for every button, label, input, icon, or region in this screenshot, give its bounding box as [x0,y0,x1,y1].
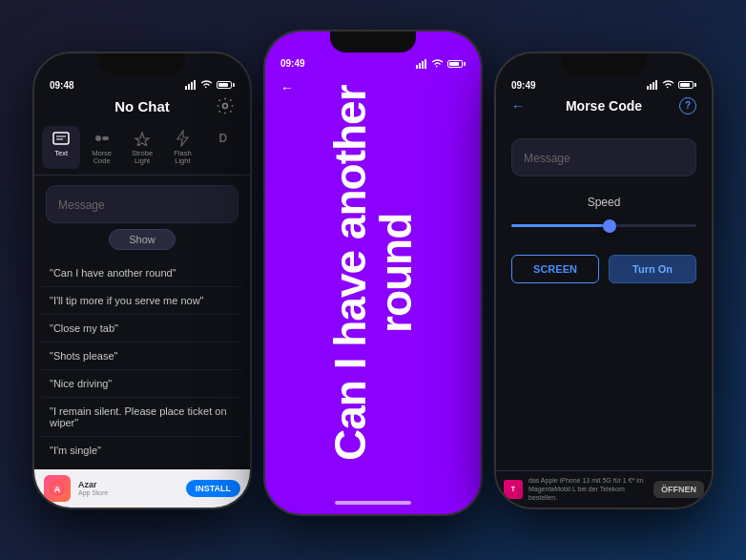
time-right: 09:49 [511,80,536,91]
slider-thumb[interactable] [603,219,616,233]
suggestion-6[interactable]: "I'm single" [42,436,242,464]
svg-rect-3 [194,80,196,90]
notch-right [561,53,647,74]
svg-rect-20 [655,80,657,90]
phone-center: 09:49 [263,30,483,516]
screen-center: 09:49 [265,31,481,514]
rotated-message: Can I have another round [318,31,429,514]
tab-flash-label: FlashLight [174,150,191,166]
offnen-button[interactable]: ÖFFNEN [653,481,704,498]
screen-right: 09:49 [496,53,712,508]
wifi-icon-left [200,80,213,90]
svg-marker-10 [135,133,149,146]
turn-on-button[interactable]: Turn On [609,255,696,283]
suggestion-0[interactable]: "Can I have another round" [42,259,242,286]
header-left: No Chat [34,94,250,120]
ad-banner-right: T das Apple iPhone 13 mit 5G für 1 €* im… [496,470,712,507]
battery-icon-center [447,60,466,68]
svg-rect-5 [53,133,69,144]
speed-label: Speed [511,196,696,209]
tab-d[interactable]: D [204,126,242,170]
signal-icon-left [185,80,197,90]
message-input-left[interactable]: Message [46,185,238,223]
battery-icon-left [217,81,235,89]
morse-code-title: Morse Code [566,98,642,114]
suggestion-1[interactable]: "I'll tip more if you serve me now" [42,286,242,314]
suggestions-list: "Can I have another round" "I'll tip mor… [34,259,250,464]
svg-text:A: A [54,485,61,494]
tab-strobe-label: StrobeLight [132,150,153,166]
ad-banner-left: A Azar App Store INSTALL [34,469,250,508]
svg-rect-2 [191,82,193,90]
speed-slider[interactable] [511,217,696,236]
no-chat-title: No Chat [114,98,170,114]
signal-icon-center [416,59,427,69]
right-buttons: SCREEN Turn On [511,255,696,283]
center-header: ← [265,75,481,100]
message-placeholder-left: Message [58,198,105,212]
back-arrow-center[interactable]: ← [280,80,294,95]
signal-icon-right [647,80,658,90]
ad-text-right: das Apple iPhone 13 mit 5G für 1 €* im M… [528,476,648,502]
show-button-left[interactable]: Show [109,229,176,250]
install-button[interactable]: INSTALL [186,480,240,497]
svg-rect-14 [419,63,421,69]
telekom-logo: T [504,480,523,499]
back-arrow-right[interactable]: ← [511,98,525,114]
tab-morse[interactable]: MorseCode [82,126,120,170]
ad-app-name: Azar [78,480,178,489]
flash-tab-icon [174,130,191,147]
status-icons-left [185,80,235,90]
suggestion-5[interactable]: "I remain silent. Please place ticket on… [42,397,242,436]
azar-logo: A [44,475,71,502]
svg-rect-18 [650,84,652,90]
status-icons-right [647,80,696,90]
svg-rect-15 [422,61,424,69]
suggestion-2[interactable]: "Close my tab" [42,314,242,342]
help-icon-right[interactable]: ? [679,97,696,114]
strobe-tab-icon [134,130,151,147]
notch-left [99,53,185,74]
tab-morse-label: MorseCode [92,150,112,166]
text-tab-icon [52,130,70,147]
ad-subtitle: App Store [78,489,178,496]
svg-point-4 [223,104,228,109]
d-tab-icon: D [215,130,232,147]
svg-rect-19 [653,82,654,90]
screen-left: 09:48 [34,53,250,508]
phone-left: 09:48 [32,52,252,509]
suggestion-3[interactable]: "Shots please" [42,342,242,369]
tab-strobe[interactable]: StrobeLight [123,126,161,170]
svg-rect-0 [185,86,187,90]
svg-rect-13 [416,65,418,69]
suggestion-4[interactable]: "Nice driving" [42,369,242,397]
speed-section: Speed [511,196,696,236]
header-right: ← Morse Code ? [496,94,712,119]
phones-container: 09:48 [0,0,746,560]
right-content: Message Speed SCREEN Turn On [496,119,712,293]
svg-rect-9 [102,136,109,140]
svg-rect-17 [647,86,649,90]
svg-rect-1 [188,84,190,90]
home-indicator-center [335,501,411,505]
rotated-text-container: Can I have another round [265,31,481,514]
notch-center [330,31,416,52]
time-center: 09:49 [280,58,305,69]
time-left: 09:48 [50,80,74,91]
message-placeholder-right: Message [524,152,570,165]
gear-icon-left[interactable] [216,96,235,115]
tabs-bar-left: Text MorseCode [34,120,250,176]
svg-rect-16 [425,59,426,69]
tab-text[interactable]: Text [42,126,80,170]
svg-point-8 [95,135,101,141]
status-icons-center [416,59,466,69]
phone-right: 09:49 [494,52,714,509]
tab-flash[interactable]: FlashLight [163,126,201,170]
screen-button[interactable]: SCREEN [511,255,599,283]
slider-fill [511,224,613,227]
tab-text-label: Text [54,150,68,157]
message-field-right[interactable]: Message [511,138,696,176]
wifi-icon-right [662,80,674,90]
wifi-icon-center [431,59,444,69]
ad-text-left: Azar App Store [78,480,178,496]
